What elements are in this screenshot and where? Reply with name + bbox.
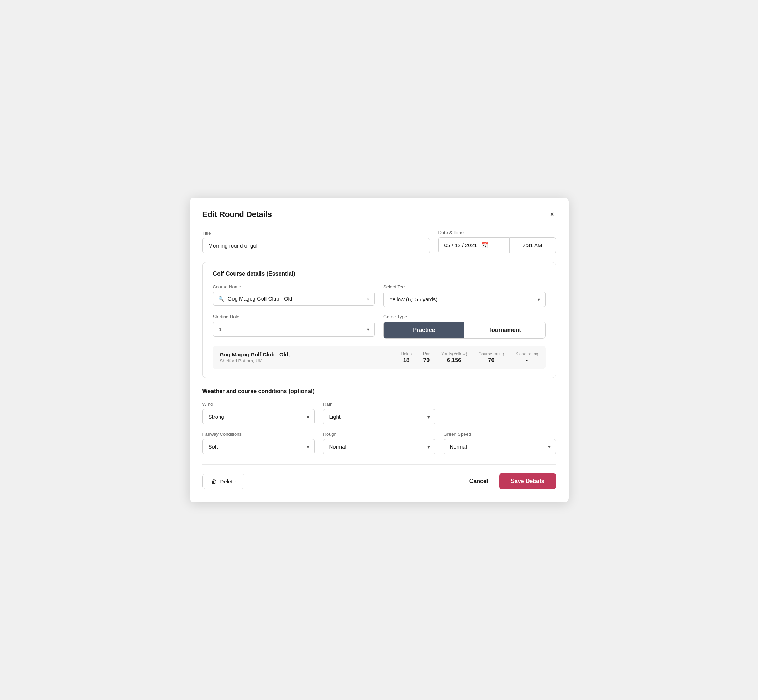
course-rating-label: Course rating	[478, 352, 504, 356]
title-field-group: Title	[202, 230, 430, 253]
starting-hole-dropdown[interactable]: 1234 5678 910	[219, 326, 369, 332]
footer-row: 🗑 Delete Cancel Save Details	[202, 473, 556, 489]
weather-section: Weather and course conditions (optional)…	[202, 388, 556, 454]
fairway-rough-green-row: Fairway Conditions SoftNormalHard ▾ Roug…	[202, 431, 556, 454]
golf-section-title: Golf Course details (Essential)	[213, 271, 545, 277]
rough-select-wrap[interactable]: SoftNormalHard ▾	[323, 439, 435, 454]
time-input[interactable]: 7:31 AM	[510, 237, 556, 253]
search-icon: 🔍	[218, 296, 224, 302]
course-name-input[interactable]	[228, 295, 363, 302]
wind-rain-row: Wind NoneLightModerateStrong ▾ Rain None…	[202, 402, 556, 424]
wind-label: Wind	[202, 402, 315, 407]
title-label: Title	[202, 230, 430, 236]
fairway-dropdown[interactable]: SoftNormalHard	[208, 444, 309, 450]
fairway-group: Fairway Conditions SoftNormalHard ▾	[202, 431, 315, 454]
rain-label: Rain	[323, 402, 435, 407]
course-info-name-text: Gog Magog Golf Club - Old,	[220, 352, 401, 358]
hole-gametype-row: Starting Hole 1234 5678 910 ▾ Game Type …	[213, 314, 545, 339]
course-info-row: Gog Magog Golf Club - Old, Shelford Bott…	[213, 346, 545, 369]
yards-label: Yards(Yellow)	[441, 352, 467, 356]
delete-label: Delete	[220, 478, 236, 484]
datetime-field-group: Date & Time 05 / 12 / 2021 📅 7:31 AM	[439, 230, 556, 253]
rough-label: Rough	[323, 431, 435, 437]
select-tee-label: Select Tee	[383, 284, 545, 289]
holes-label: Holes	[401, 352, 412, 356]
par-value: 70	[423, 357, 429, 364]
green-speed-label: Green Speed	[444, 431, 556, 437]
stat-slope-rating: Slope rating -	[515, 352, 538, 364]
clear-course-icon[interactable]: ×	[366, 296, 370, 302]
trash-icon: 🗑	[211, 478, 217, 484]
rough-dropdown[interactable]: SoftNormalHard	[329, 444, 429, 450]
course-name-group: Course Name 🔍 ×	[213, 284, 375, 307]
footer-divider	[202, 464, 556, 464]
rain-group: Rain NoneLightModerateHeavy ▾	[323, 402, 435, 424]
course-info-location: Shelford Bottom, UK	[220, 358, 401, 364]
select-tee-wrap[interactable]: Yellow (6,156 yards) White (6,500 yards)…	[383, 292, 545, 307]
wind-group: Wind NoneLightModerateStrong ▾	[202, 402, 315, 424]
game-type-label: Game Type	[383, 314, 545, 319]
game-type-toggle: Practice Tournament	[383, 322, 545, 339]
stat-yards: Yards(Yellow) 6,156	[441, 352, 467, 364]
stat-holes: Holes 18	[401, 352, 412, 364]
course-info-name: Gog Magog Golf Club - Old, Shelford Bott…	[220, 352, 401, 364]
edit-round-modal: Edit Round Details × Title Date & Time 0…	[190, 198, 568, 502]
modal-title: Edit Round Details	[202, 210, 272, 219]
green-speed-dropdown[interactable]: SlowNormalFast	[450, 444, 550, 450]
game-type-group: Game Type Practice Tournament	[383, 314, 545, 339]
rain-dropdown[interactable]: NoneLightModerateHeavy	[329, 414, 429, 420]
modal-header: Edit Round Details ×	[202, 209, 556, 220]
practice-button[interactable]: Practice	[384, 322, 464, 338]
date-input[interactable]: 05 / 12 / 2021 📅	[439, 237, 510, 253]
stat-par: Par 70	[423, 352, 430, 364]
datetime-inputs: 05 / 12 / 2021 📅 7:31 AM	[439, 237, 556, 253]
select-tee-group: Select Tee Yellow (6,156 yards) White (6…	[383, 284, 545, 307]
starting-hole-group: Starting Hole 1234 5678 910 ▾	[213, 314, 375, 339]
yards-value: 6,156	[447, 357, 461, 364]
starting-hole-wrap[interactable]: 1234 5678 910 ▾	[213, 322, 375, 337]
wind-dropdown[interactable]: NoneLightModerateStrong	[208, 414, 309, 420]
slope-rating-label: Slope rating	[515, 352, 538, 356]
select-tee-dropdown[interactable]: Yellow (6,156 yards) White (6,500 yards)…	[389, 296, 539, 302]
slope-rating-value: -	[526, 357, 528, 364]
stat-course-rating: Course rating 70	[478, 352, 504, 364]
rough-group: Rough SoftNormalHard ▾	[323, 431, 435, 454]
time-value: 7:31 AM	[522, 242, 542, 248]
title-input[interactable]	[202, 238, 430, 253]
delete-button[interactable]: 🗑 Delete	[202, 474, 244, 489]
top-row: Title Date & Time 05 / 12 / 2021 📅 7:31 …	[202, 230, 556, 253]
course-tee-row: Course Name 🔍 × Select Tee Yellow (6,156…	[213, 284, 545, 307]
fairway-label: Fairway Conditions	[202, 431, 315, 437]
course-name-label: Course Name	[213, 284, 375, 289]
wind-select-wrap[interactable]: NoneLightModerateStrong ▾	[202, 409, 315, 424]
holes-value: 18	[403, 357, 410, 364]
datetime-label: Date & Time	[439, 230, 556, 235]
calendar-icon: 📅	[481, 242, 488, 248]
starting-hole-label: Starting Hole	[213, 314, 375, 319]
save-button[interactable]: Save Details	[499, 473, 556, 489]
footer-right: Cancel Save Details	[467, 473, 556, 489]
close-button[interactable]: ×	[548, 209, 556, 220]
tournament-button[interactable]: Tournament	[464, 322, 545, 338]
green-speed-group: Green Speed SlowNormalFast ▾	[444, 431, 556, 454]
fairway-select-wrap[interactable]: SoftNormalHard ▾	[202, 439, 315, 454]
golf-course-section: Golf Course details (Essential) Course N…	[202, 262, 556, 378]
cancel-button[interactable]: Cancel	[467, 474, 491, 489]
weather-section-title: Weather and course conditions (optional)	[202, 388, 556, 394]
rain-select-wrap[interactable]: NoneLightModerateHeavy ▾	[323, 409, 435, 424]
course-rating-value: 70	[488, 357, 495, 364]
green-speed-select-wrap[interactable]: SlowNormalFast ▾	[444, 439, 556, 454]
par-label: Par	[423, 352, 430, 356]
course-name-search-wrap: 🔍 ×	[213, 292, 375, 306]
date-value: 05 / 12 / 2021	[445, 242, 477, 248]
course-stats: Holes 18 Par 70 Yards(Yellow) 6,156 Cour…	[401, 352, 538, 364]
